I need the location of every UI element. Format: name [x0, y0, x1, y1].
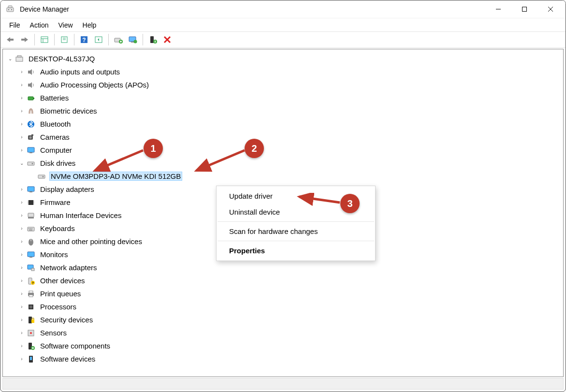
svg-rect-29: [33, 98, 34, 99]
mouse-icon: [26, 237, 36, 247]
disk-icon: [26, 159, 36, 168]
chevron-right-icon[interactable]: ›: [17, 343, 26, 348]
disk-icon: [37, 172, 46, 181]
context-properties[interactable]: Properties: [217, 243, 375, 259]
security-icon: [26, 315, 36, 325]
update-driver-button[interactable]: [112, 33, 125, 46]
properties-button[interactable]: [58, 33, 71, 46]
enable-button[interactable]: [146, 33, 160, 46]
software-device-icon: [26, 354, 36, 364]
chevron-right-icon[interactable]: ›: [17, 278, 26, 283]
chevron-right-icon[interactable]: ›: [17, 304, 26, 309]
svg-text:?: ?: [82, 37, 86, 44]
svg-rect-24: [150, 36, 154, 43]
annotation-bubble-3: 3: [340, 194, 360, 213]
svg-rect-27: [17, 56, 21, 57]
chevron-right-icon[interactable]: ›: [17, 226, 26, 231]
forward-button[interactable]: [18, 33, 31, 46]
tree-item-software-components[interactable]: › Software components: [3, 339, 563, 352]
status-bar: [2, 378, 564, 390]
sensor-icon: [26, 328, 36, 338]
tree-item-software-devices[interactable]: › Software devices: [3, 352, 563, 365]
chevron-right-icon[interactable]: ›: [17, 317, 26, 322]
title-bar: Device Manager: [0, 0, 566, 18]
tree-root-label: DESKTOP-4L537JQ: [27, 54, 96, 63]
chevron-right-icon[interactable]: ›: [17, 147, 26, 153]
svg-text:?: ?: [32, 281, 34, 285]
menu-file[interactable]: File: [4, 19, 25, 31]
tree-item-computer[interactable]: › Computer: [3, 144, 563, 157]
chevron-right-icon[interactable]: ›: [17, 239, 26, 244]
svg-rect-70: [29, 317, 32, 323]
chevron-right-icon[interactable]: ›: [17, 69, 26, 74]
window-title: Device Manager: [20, 5, 69, 13]
network-icon: [26, 263, 36, 273]
tree-item-processors[interactable]: › Processors: [3, 300, 563, 313]
svg-point-39: [43, 176, 44, 177]
tree-item-other-devices[interactable]: › ? Other devices: [3, 274, 563, 287]
tree-item-nvme-drive[interactable]: NVMe OM3PDP3-AD NVMe KDI 512GB: [3, 170, 563, 183]
cpu-icon: [26, 302, 36, 312]
minimize-button[interactable]: [485, 0, 511, 18]
tree-root[interactable]: ⌄ DESKTOP-4L537JQ: [3, 52, 563, 65]
chevron-right-icon[interactable]: ›: [17, 291, 26, 296]
annotation-bubble-2: 2: [245, 139, 264, 158]
action-button[interactable]: [92, 33, 105, 46]
help-button[interactable]: ?: [77, 33, 91, 46]
tree-item-bluetooth[interactable]: › Bluetooth: [3, 117, 563, 131]
chevron-right-icon[interactable]: ›: [17, 330, 26, 335]
chevron-right-icon[interactable]: ›: [17, 252, 26, 257]
show-hidden-button[interactable]: [38, 33, 51, 46]
component-icon: [26, 341, 36, 351]
svg-rect-0: [7, 8, 14, 12]
gpu-icon: [26, 185, 36, 194]
svg-rect-67: [29, 295, 33, 297]
tree-item-print-queues[interactable]: › Print queues: [3, 287, 563, 300]
menu-action[interactable]: Action: [25, 19, 54, 31]
chevron-right-icon[interactable]: ›: [17, 108, 26, 114]
svg-rect-66: [29, 291, 33, 293]
back-button[interactable]: [3, 33, 17, 46]
svg-rect-69: [29, 305, 32, 308]
context-separator: [218, 241, 374, 241]
maximize-button[interactable]: [511, 0, 537, 18]
svg-rect-34: [28, 147, 34, 152]
chevron-right-icon[interactable]: ›: [17, 95, 26, 101]
chevron-down-icon[interactable]: ⌄: [6, 56, 15, 61]
chevron-right-icon[interactable]: ›: [17, 187, 26, 192]
chevron-right-icon[interactable]: ›: [17, 121, 26, 127]
chevron-right-icon[interactable]: ›: [17, 356, 26, 362]
svg-point-3: [11, 9, 12, 10]
chevron-right-icon[interactable]: ›: [17, 265, 26, 270]
bluetooth-icon: [26, 119, 36, 129]
context-scan-hardware[interactable]: Scan for hardware changes: [217, 223, 375, 239]
tree-item-disk-drives[interactable]: ⌄ Disk drives: [3, 157, 563, 170]
tree-item-audio-processing[interactable]: › Audio Processing Objects (APOs): [3, 78, 563, 91]
tree-item-audio-inputs[interactable]: › Audio inputs and outputs: [3, 65, 563, 78]
tree-item-security[interactable]: › Security devices: [3, 313, 563, 326]
chip-icon: [26, 198, 36, 207]
chevron-right-icon[interactable]: ›: [17, 213, 26, 218]
printer-icon: [26, 289, 36, 299]
chevron-right-icon[interactable]: ›: [17, 82, 26, 87]
chevron-right-icon[interactable]: ›: [17, 200, 26, 205]
svg-rect-59: [29, 257, 32, 258]
computer-root-icon: [15, 54, 24, 64]
svg-rect-10: [41, 37, 48, 43]
svg-rect-1: [8, 6, 12, 8]
tree-item-batteries[interactable]: › Batteries: [3, 91, 563, 104]
uninstall-button[interactable]: [160, 33, 174, 46]
close-button[interactable]: [537, 0, 564, 18]
menu-view[interactable]: View: [53, 19, 77, 31]
tree-item-sensors[interactable]: › Sensors: [3, 326, 563, 339]
svg-rect-50: [28, 217, 34, 218]
tree-item-cameras[interactable]: › Cameras: [3, 131, 563, 144]
scan-button[interactable]: [126, 33, 140, 46]
menu-help[interactable]: Help: [78, 19, 102, 31]
tree-item-biometric[interactable]: › Biometric devices: [3, 104, 563, 117]
svg-rect-77: [30, 357, 32, 360]
tree-item-network[interactable]: › Network adapters: [3, 261, 563, 274]
svg-rect-38: [38, 175, 45, 178]
chevron-right-icon[interactable]: ›: [17, 134, 26, 140]
chevron-down-icon[interactable]: ⌄: [17, 160, 26, 166]
